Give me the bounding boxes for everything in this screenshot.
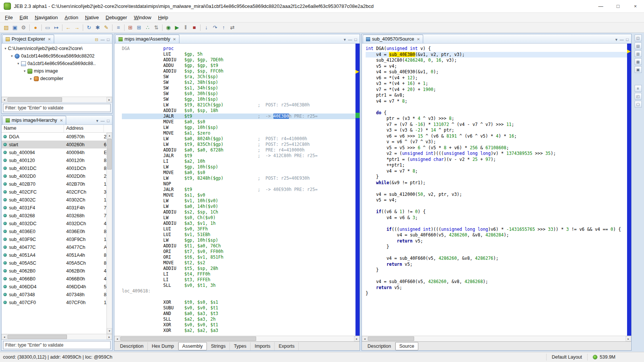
tree-collapsed-arrow-icon[interactable]: ▸ [29,77,33,80]
assembly-line[interactable]: ADDIU$a3, $v1, 1h [122,221,355,226]
minimize-view-icon[interactable]: — [99,117,106,124]
hierarchy-row[interactable]: sub_40302C40302Ch1 [2,196,106,204]
maximize-view-icon[interactable]: □ [353,36,358,43]
source-line[interactable]: v6 = v6 >>> 15 ^ (v6 & 8191 ^ (v6 ^ v5) … [366,133,627,139]
assembly-line[interactable]: XOR$a2, $a2, $a3 [122,328,355,333]
source-line[interactable]: v3 = *(v4 + 16) + 1; [366,81,627,87]
assembly-line[interactable]: XOR$v0, $v0, $t1 [122,322,355,328]
minimize-view-icon[interactable]: — [99,36,106,43]
minimized-view-icon[interactable]: ▢ [635,101,642,108]
source-line[interactable]: return v5; [366,238,627,244]
minimize-view-icon[interactable]: — [347,36,353,43]
column-header-address[interactable]: Address [64,125,104,132]
sort-icon[interactable]: ⇅ [152,24,160,32]
source-line[interactable]: v7 = (v7 & -16) * 131072 ^ (v4 - v7 ^ v7… [366,122,627,128]
source-line[interactable] [366,104,627,110]
maximize-view-icon[interactable]: □ [625,36,630,43]
scroll-left-icon[interactable]: ◂ [114,336,120,341]
assembly-line[interactable]: SUBU$v0, $v0, $t1 [122,305,355,311]
assembly-line[interactable]: ADDIU$sp, $sp, FFC0h [122,68,355,74]
minimized-view-icon[interactable]: ▣ [635,66,642,73]
source-line[interactable] [366,203,627,209]
source-line[interactable]: v4 = sub_412000(50, v2, ptr, v3); [366,192,627,198]
run-icon[interactable]: ▶ [173,24,181,32]
source-line[interactable]: do { [366,110,627,116]
view-tab-assembly[interactable]: Assembly [178,342,207,350]
source-line[interactable]: v5 = v4; [366,64,627,70]
source-line[interactable]: ptr1 = &v8; [366,92,627,98]
assembly-line[interactable]: ADDIU$t1, $a0, 76Ch [122,243,355,249]
tree-item[interactable]: ▾mips image [2,67,112,75]
source-line[interactable]: v4 = v7 * 8; [366,168,627,174]
scroll-down-icon[interactable]: ▾ [107,328,112,334]
assembly-line[interactable]: LI$t3, FFFEh [122,277,355,283]
assembly-line[interactable]: ORI$t7, $v0, FF00h [122,249,355,254]
source-line[interactable] [366,250,627,256]
menu-item-native[interactable]: Native [82,14,102,21]
assembly-line[interactable]: ADDIU$gp, $gp, 7DE0h [122,57,355,63]
hierarchy-row[interactable]: sub_405A5C405A5Ch8 [2,259,106,267]
source-line[interactable]: v5 = v5 >>> 6 ^ (v5 * 8 + v6) * 256 & 67… [366,145,627,151]
minimize-button[interactable]: — [592,0,609,12]
assembly-line[interactable]: XOR$t0, $s0, $s1 [122,300,355,305]
source-line[interactable]: v4 = sub_40F660(v5, 4286260, &v8, 428628… [366,232,627,238]
scroll-left-icon[interactable]: ◂ [2,334,7,339]
scroll-left-icon[interactable]: ◂ [2,97,7,102]
assembly-line[interactable] [122,294,355,300]
menu-item-navigation[interactable]: Navigation [31,14,61,21]
minimize-view-icon[interactable]: — [618,36,625,43]
close-button[interactable]: × [627,0,644,12]
graph-icon[interactable]: ∴ [144,24,152,32]
view-menu-icon[interactable]: ▾ [95,117,100,124]
new-view-icon[interactable]: ▭ [44,24,52,32]
source-line[interactable]: *ptr1 = (unsigned char)(v - v2 * 25 + 97… [366,157,627,163]
assembly-line[interactable]: ADDIU$t5, $sp, 28h [122,266,355,271]
tree-item[interactable]: ▾0a1cbf14e86c956cea5869dc88.. [2,60,112,67]
assembly-line[interactable]: MOVE$a0, $s0 [122,119,355,125]
assembly-line[interactable]: MOVE$a1, $zero [122,130,355,136]
tree-item[interactable]: ▾0a1cbf14e86c956cea5869dc88202 [2,52,112,60]
menu-item-edit[interactable]: Edit [16,14,31,21]
scroll-right-icon[interactable]: ▸ [626,336,631,341]
assembly-line[interactable]: LW$gp, 10h($sp) [122,238,355,243]
data-grid-icon[interactable]: ⊞ [126,24,134,32]
source-overview-ruler[interactable] [627,44,631,336]
source-line[interactable] [366,186,627,192]
view-tab-strings[interactable]: Strings [207,342,230,350]
source-line[interactable]: ptr = (v3 * 4 ^ v3) >>> 8; [366,116,627,122]
scrollbar-thumb[interactable] [120,336,256,341]
assembly-line[interactable]: DGAproc [122,46,355,51]
maximize-view-icon[interactable]: □ [106,117,111,124]
view-tab-description[interactable]: Description [116,342,148,350]
project-tree-hscrollbar[interactable]: ◂ ▸ [2,97,112,102]
assembly-line[interactable]: LUI$gp, 5h [122,51,355,57]
hierarchy-row[interactable]: sub_4031F44031F4h7 [2,204,106,212]
tree-expanded-arrow-icon[interactable]: ▾ [3,47,8,50]
view-tab-imports[interactable]: Imports [251,342,275,350]
assembly-line[interactable]: LUI$v1, 51EBh [122,232,355,238]
hierarchy-row[interactable]: sub_406DD4406DD4h5 [2,283,106,291]
source-line[interactable]: v4 = sub_40F660(v5, 4286260, &v8, 428626… [366,279,627,285]
menu-item-help[interactable]: Help [155,14,172,21]
assembly-line[interactable]: LW$gp, 10h($sp) [122,164,355,170]
scroll-right-icon[interactable]: ▸ [354,336,360,341]
view-tab-types[interactable]: Types [230,342,251,350]
assembly-line[interactable]: LW$t9, 8248h($gp); POST: r25=40E930h [122,176,355,181]
source-tab[interactable]: sub_409570/Source ✕ [363,35,423,43]
assembly-tab[interactable]: mips image/Assembly ✕ [115,35,179,43]
hierarchy-row[interactable]: sub_4066B04066B0h4 [2,275,106,283]
assembly-overview-ruler[interactable] [355,44,360,336]
collapse-all-icon[interactable]: ⊟ [94,36,99,43]
hierarchy-vscrollbar[interactable]: ▴ ▾ [106,133,112,334]
hierarchy-row[interactable]: sub_403268403268h7 [2,212,106,220]
minimized-view-icon[interactable]: ▤ [635,42,642,49]
save-icon[interactable]: ▣ [11,24,19,32]
hierarchy-row[interactable]: sub_4032DC4032DCh4 [2,220,106,227]
tree-item[interactable]: ▾C:\Users\nicol\jeb2\jeb2-core2\core\ [2,45,112,52]
project-explorer-filter-input[interactable] [3,104,111,112]
hierarchy-row[interactable]: sub_4062B04062B0h4 [2,267,106,275]
assembly-line[interactable]: SW$s2, 38h($sp) [122,80,355,85]
hierarchy-hscrollbar[interactable]: ◂ ▸ [2,334,112,339]
step-over-icon[interactable]: ↷ [211,24,219,32]
assembly-line[interactable]: MOVE$t2, $s2 [122,260,355,266]
